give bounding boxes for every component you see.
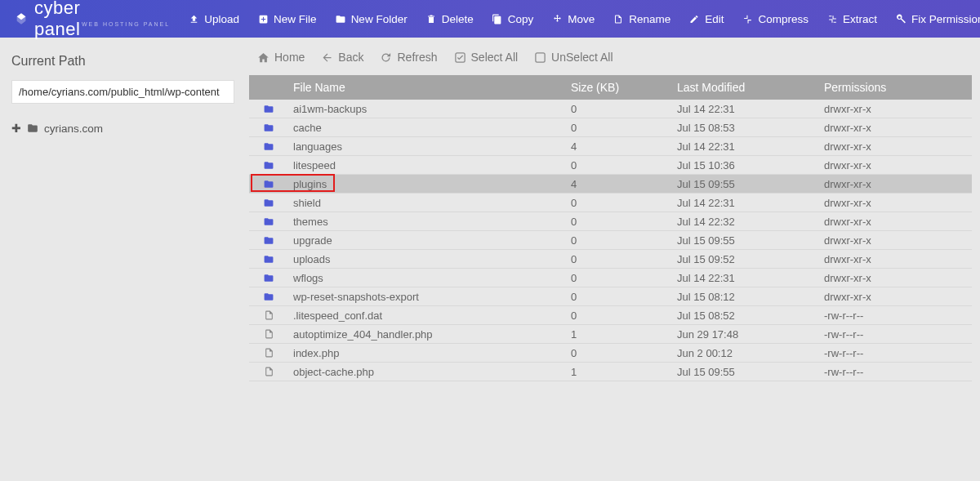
file-modified: Jun 2 00:12 — [672, 347, 819, 359]
compress-icon — [742, 13, 754, 24]
file-permissions: drwxr-xr-x — [819, 216, 972, 228]
folder-icon — [335, 13, 346, 24]
plus-icon — [257, 13, 269, 24]
back-button[interactable]: Back — [321, 51, 363, 64]
rename-icon — [612, 13, 624, 24]
table-row[interactable]: cache0Jul 15 08:53drwxr-xr-x — [249, 118, 972, 137]
copy-button[interactable]: Copy — [492, 13, 534, 25]
table-row[interactable]: index.php0Jun 2 00:12-rw-r--r-- — [249, 344, 972, 363]
folder-icon — [249, 273, 288, 283]
file-panel: Home Back Refresh Select All UnSelect Al… — [241, 38, 980, 481]
file-icon — [249, 328, 288, 340]
file-name: wflogs — [288, 272, 566, 284]
file-modified: Jul 14 22:32 — [672, 216, 819, 228]
table-row[interactable]: upgrade0Jul 15 09:55drwxr-xr-x — [249, 231, 972, 250]
file-permissions: drwxr-xr-x — [819, 103, 972, 115]
folder-icon — [249, 235, 288, 246]
table-row[interactable]: autoptimize_404_handler.php1Jun 29 17:48… — [249, 325, 972, 344]
file-modified: Jul 15 09:52 — [672, 253, 819, 265]
brand-logo: cyber panel — [15, 0, 90, 40]
file-permissions: drwxr-xr-x — [819, 140, 972, 153]
file-modified: Jul 15 08:53 — [672, 122, 819, 134]
file-size: 0 — [566, 159, 672, 171]
file-modified: Jul 15 08:52 — [672, 310, 819, 322]
table-row[interactable]: languages4Jul 14 22:31drwxr-xr-x — [249, 137, 972, 156]
delete-button[interactable]: Delete — [425, 13, 474, 25]
unselectall-button[interactable]: UnSelect All — [534, 51, 612, 64]
folder-icon — [26, 122, 39, 134]
newfile-button[interactable]: New File — [257, 13, 317, 25]
file-size: 0 — [566, 310, 672, 322]
file-permissions: drwxr-xr-x — [819, 272, 972, 284]
table-row[interactable]: uploads0Jul 15 09:52drwxr-xr-x — [249, 250, 972, 269]
fixperms-button[interactable]: Fix Permissions — [895, 13, 980, 25]
move-button[interactable]: Move — [551, 13, 595, 25]
upload-button[interactable]: Upload — [188, 13, 239, 25]
col-perms[interactable]: Permissions — [819, 81, 972, 94]
file-permissions: drwxr-xr-x — [819, 253, 972, 265]
file-modified: Jul 14 22:31 — [672, 103, 819, 115]
newfolder-button[interactable]: New Folder — [335, 13, 408, 25]
file-size: 1 — [566, 366, 672, 378]
file-permissions: drwxr-xr-x — [819, 197, 972, 209]
table-row[interactable]: shield0Jul 14 22:31drwxr-xr-x — [249, 194, 972, 212]
compress-button[interactable]: Compress — [742, 13, 809, 25]
file-modified: Jun 29 17:48 — [672, 328, 819, 341]
check-icon — [454, 51, 466, 64]
file-permissions: drwxr-xr-x — [819, 159, 972, 171]
trash-icon — [425, 13, 437, 24]
extract-button[interactable]: Extract — [826, 13, 877, 25]
tree-root[interactable]: ✚ cyrians.com — [11, 122, 234, 135]
wrench-icon — [895, 13, 906, 24]
nav-toolbar: Home Back Refresh Select All UnSelect Al… — [249, 51, 972, 64]
uncheck-icon — [534, 51, 546, 64]
current-path-value[interactable]: /home/cyrians.com/public_html/wp-content — [11, 80, 234, 104]
rename-button[interactable]: Rename — [612, 13, 670, 25]
file-name: ai1wm-backups — [288, 103, 566, 115]
file-modified: Jul 15 09:55 — [672, 366, 819, 378]
table-row[interactable]: wflogs0Jul 14 22:31drwxr-xr-x — [249, 269, 972, 287]
table-row[interactable]: themes0Jul 14 22:32drwxr-xr-x — [249, 212, 972, 231]
edit-button[interactable]: Edit — [688, 13, 724, 25]
tree-root-label: cyrians.com — [44, 122, 103, 135]
folder-icon — [249, 122, 288, 133]
file-size: 0 — [566, 216, 672, 228]
col-size[interactable]: Size (KB) — [566, 81, 672, 94]
selectall-button[interactable]: Select All — [454, 51, 519, 64]
table-row[interactable]: litespeed0Jul 15 10:36drwxr-xr-x — [249, 156, 972, 175]
refresh-button[interactable]: Refresh — [380, 51, 437, 64]
folder-icon — [249, 216, 288, 227]
back-icon — [321, 51, 333, 64]
current-path-title: Current Path — [11, 54, 234, 69]
folder-icon — [249, 160, 288, 171]
file-name: languages — [288, 140, 566, 153]
file-permissions: drwxr-xr-x — [819, 178, 972, 190]
refresh-icon — [380, 51, 392, 64]
table-row[interactable]: plugins4Jul 15 09:55drwxr-xr-x — [249, 175, 972, 194]
move-icon — [551, 13, 563, 24]
file-modified: Jul 14 22:31 — [672, 140, 819, 153]
file-modified: Jul 15 10:36 — [672, 159, 819, 171]
file-icon — [249, 366, 288, 377]
col-modified[interactable]: Last Modified — [672, 81, 819, 94]
file-modified: Jul 15 09:55 — [672, 234, 819, 247]
col-filename[interactable]: File Name — [288, 81, 566, 94]
home-button[interactable]: Home — [257, 51, 305, 64]
file-size: 0 — [566, 291, 672, 303]
table-row[interactable]: ai1wm-backups0Jul 14 22:31drwxr-xr-x — [249, 100, 972, 118]
table-row[interactable]: .litespeed_conf.dat0Jul 15 08:52-rw-r--r… — [249, 306, 972, 325]
plus-icon: ✚ — [11, 122, 21, 135]
file-name: autoptimize_404_handler.php — [288, 328, 566, 341]
file-permissions: -rw-r--r-- — [819, 328, 972, 341]
file-name: plugins — [288, 178, 566, 190]
file-modified: Jul 14 22:31 — [672, 197, 819, 209]
svg-rect-1 — [536, 52, 545, 61]
table-row[interactable]: wp-reset-snapshots-export0Jul 15 08:12dr… — [249, 287, 972, 306]
file-size: 0 — [566, 347, 672, 359]
brand-tagline: WEB HOSTING PANEL — [82, 21, 170, 27]
file-size: 0 — [566, 253, 672, 265]
folder-icon — [249, 254, 288, 265]
file-icon — [249, 347, 288, 359]
table-row[interactable]: object-cache.php1Jul 15 09:55-rw-r--r-- — [249, 363, 972, 381]
file-size: 0 — [566, 103, 672, 115]
